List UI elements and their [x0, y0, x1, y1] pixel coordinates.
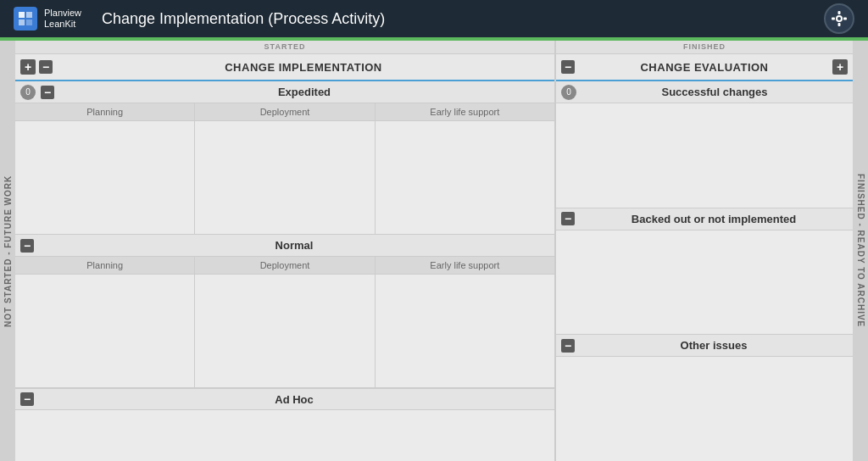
other-issues-title: Other issues: [580, 339, 848, 352]
successful-changes-title: Successful changes: [581, 86, 848, 98]
svg-rect-5: [838, 11, 841, 14]
vertical-label-left: NOT STARTED - FUTURE WORK: [0, 41, 15, 461]
normal-planning-body: [15, 275, 194, 387]
expedited-deployment-col: Deployment: [195, 103, 375, 234]
svg-rect-8: [843, 18, 847, 20]
successful-changes-body: [556, 103, 853, 208]
expedited-planning-body: [15, 121, 194, 234]
expedited-deployment-header: Deployment: [195, 103, 374, 121]
section-header-right: FINISHED: [556, 41, 853, 54]
normal-planning-header: Planning: [15, 257, 194, 275]
add-lane-button-left[interactable]: +: [20, 59, 36, 75]
section-change-implementation: STARTED + − CHANGE IMPLEMENTATION 0 − Ex…: [15, 41, 556, 461]
normal-content: Planning Deployment Early life support: [15, 257, 554, 387]
section-title-right: CHANGE EVALUATION: [580, 61, 829, 74]
adhoc-title: Ad Hoc: [39, 393, 549, 406]
other-issues-header: − Other issues: [556, 335, 853, 357]
normal-deployment-header: Deployment: [195, 257, 374, 275]
backed-out-header: − Backed out or not implemented: [556, 208, 853, 230]
expedited-deployment-body: [195, 121, 374, 234]
expedited-header: 0 − Expedited: [15, 81, 554, 103]
app-header: Planview LeanKit Change Implementation (…: [0, 0, 868, 37]
normal-lane: − Normal Planning Deployment Early life …: [15, 235, 554, 388]
section-title-row-right: − CHANGE EVALUATION +: [556, 54, 853, 81]
svg-rect-0: [19, 12, 25, 18]
expedited-els-body: [376, 121, 554, 234]
settings-button[interactable]: [824, 3, 854, 34]
section-change-evaluation: FINISHED − CHANGE EVALUATION + 0 Success…: [556, 41, 853, 461]
normal-els-col: Early life support: [376, 257, 554, 387]
successful-badge: 0: [561, 85, 576, 100]
logo-icon: [14, 7, 37, 31]
normal-els-header: Early life support: [376, 257, 554, 275]
add-lane-button-right[interactable]: +: [832, 59, 848, 75]
collapse-adhoc[interactable]: −: [20, 392, 34, 406]
normal-header: − Normal: [15, 235, 554, 257]
backed-out-body: [556, 230, 853, 335]
svg-point-4: [837, 16, 842, 21]
vertical-label-right: FINISHED - READY TO ARCHIVE: [853, 41, 868, 461]
collapse-left-button[interactable]: −: [39, 60, 53, 74]
svg-rect-3: [26, 19, 32, 25]
section-title-left: CHANGE IMPLEMENTATION: [58, 61, 549, 74]
svg-rect-1: [26, 12, 32, 18]
backed-out-title: Backed out or not implemented: [580, 213, 848, 225]
svg-rect-6: [838, 23, 841, 26]
collapse-other-issues[interactable]: −: [561, 339, 575, 353]
started-label: STARTED: [264, 42, 306, 51]
logo-area: Planview LeanKit: [14, 7, 81, 31]
other-issues-lane: − Other issues: [556, 335, 853, 461]
expedited-planning-header: Planning: [15, 103, 194, 121]
expedited-els-header: Early life support: [376, 103, 554, 121]
expedited-title: Expedited: [59, 86, 549, 98]
expedited-els-col: Early life support: [376, 103, 554, 234]
adhoc-header: − Ad Hoc: [15, 388, 554, 410]
normal-deployment-body: [195, 275, 374, 387]
board-inner: STARTED + − CHANGE IMPLEMENTATION 0 − Ex…: [15, 41, 853, 461]
expedited-planning-col: Planning: [15, 103, 195, 234]
normal-title: Normal: [39, 239, 549, 252]
collapse-normal[interactable]: −: [20, 239, 34, 253]
adhoc-body: [15, 410, 554, 461]
expedited-content: Planning Deployment Early life support: [15, 103, 554, 234]
expedited-badge: 0: [20, 85, 36, 100]
collapse-backed-out[interactable]: −: [561, 212, 575, 225]
section-header-left: STARTED: [15, 41, 554, 54]
adhoc-lane: − Ad Hoc: [15, 388, 554, 461]
logo-text: Planview LeanKit: [44, 8, 81, 30]
collapse-right-button[interactable]: −: [561, 60, 575, 74]
successful-changes-lane: 0 Successful changes: [556, 81, 853, 208]
normal-planning-col: Planning: [15, 257, 195, 387]
backed-out-lane: − Backed out or not implemented: [556, 208, 853, 336]
section-title-row-left: + − CHANGE IMPLEMENTATION: [15, 54, 554, 81]
page-title: Change Implementation (Process Activity): [102, 10, 824, 28]
normal-deployment-col: Deployment: [195, 257, 375, 387]
svg-rect-2: [19, 19, 25, 25]
board-container: NOT STARTED - FUTURE WORK STARTED + − CH…: [0, 41, 868, 461]
collapse-expedited[interactable]: −: [41, 86, 54, 99]
finished-label: FINISHED: [683, 42, 726, 51]
normal-els-body: [376, 275, 554, 387]
successful-changes-header: 0 Successful changes: [556, 81, 853, 103]
svg-rect-7: [832, 18, 835, 20]
expedited-lane: 0 − Expedited Planning Deployment Ea: [15, 81, 554, 235]
other-issues-body: [556, 357, 853, 461]
